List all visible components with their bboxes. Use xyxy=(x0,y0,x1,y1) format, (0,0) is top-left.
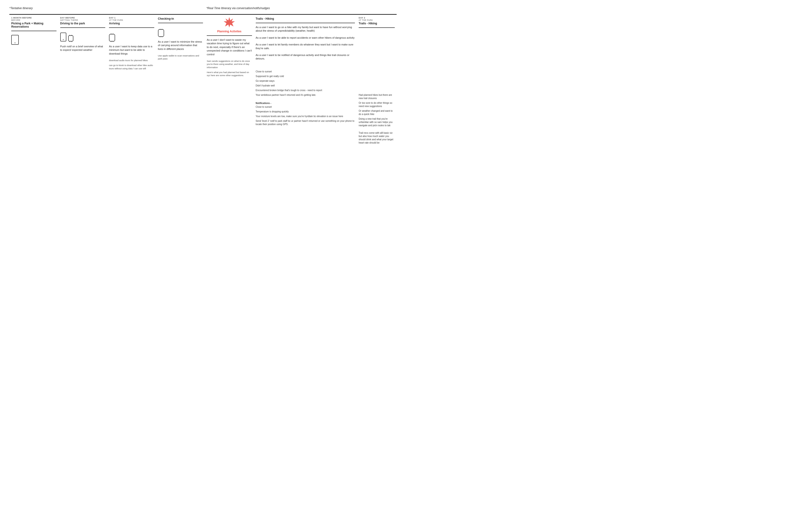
col3-watch-icon xyxy=(109,34,115,42)
col2-header: DAY BEFORE GETTING THERE Driving to the … xyxy=(60,17,105,25)
bottom-left-3: Go seperate ways xyxy=(256,79,355,83)
right-item-4: Doing a new trail that you're unfamiliar… xyxy=(359,117,395,127)
columns-container: 1 MONTH BEFORE BEFORE Picking a Park + M… xyxy=(9,14,397,146)
col6-story1: As a user I want to go on a hike with my… xyxy=(256,26,355,33)
col1-stage: 1 MONTH BEFORE xyxy=(11,17,57,19)
col4-detail1: Use apple wallet to scan reservations an… xyxy=(158,54,203,60)
col4-title: Checking-in xyxy=(158,17,203,20)
col3-header: DAY 1 AT THE PARK Arriving xyxy=(109,17,154,25)
col6-story3: As a user I want to let family members d… xyxy=(256,43,355,50)
col6-bottom-left: Close to sunset Supposed to get really c… xyxy=(256,70,355,127)
col5-detail1: Sam sends suggestions on what to do once… xyxy=(207,59,252,69)
col5-header: Planning Activites xyxy=(207,17,252,33)
col7-divider xyxy=(359,27,395,28)
svg-marker-0 xyxy=(223,17,235,27)
bottom-left-4: Didn't hydrate well xyxy=(256,84,355,87)
right-item-3: Or weather changed and want to do a quic… xyxy=(359,109,395,116)
col2-story: Push notif on a brief overview of what t… xyxy=(60,45,105,52)
notif-1: Close to sunset xyxy=(256,105,355,109)
notif-2: Temperature is dropping quickly xyxy=(256,110,355,114)
col7-title: Trails - Hiking xyxy=(359,22,395,25)
col1-header: 1 MONTH BEFORE BEFORE Picking a Park + M… xyxy=(11,17,57,28)
col1-divider xyxy=(11,31,57,31)
notif-title: Notifications - xyxy=(256,101,355,105)
bottom-left-5: Encountered broken bridge that's tough t… xyxy=(256,89,355,92)
col4-story: As a user I want to minimize the stress … xyxy=(158,40,203,51)
col7-stage: DAY 2 xyxy=(359,17,395,19)
label-tentative: *Tentative Itinerary xyxy=(9,6,33,10)
col5-icon xyxy=(207,17,252,28)
col1-substage: BEFORE xyxy=(11,19,57,21)
col6-header: Trails - Hiking xyxy=(256,17,355,20)
col-planning: Planning Activites As a user I don't wan… xyxy=(205,14,254,146)
tablet-icon xyxy=(11,35,19,45)
col5-detail2: Here's what you had planned but based on… xyxy=(207,71,252,77)
col3-divider xyxy=(109,27,154,28)
col-day2: DAY 2 AT THE PARK Trails - Hiking Had pl… xyxy=(357,14,397,146)
col2-divider xyxy=(60,27,105,28)
col4-header: Checking-in xyxy=(158,17,203,20)
notif-3: Your moisture levels are low, make sure … xyxy=(256,115,355,118)
right-item-2: Or too sore to do other things so need n… xyxy=(359,101,395,108)
col3-story: As a user I want to keep data use to a m… xyxy=(109,45,154,56)
col2-substage: GETTING THERE xyxy=(60,19,105,21)
phone-dot xyxy=(63,39,64,40)
bottom-left-1: Close to sunset xyxy=(256,70,355,73)
col6-bottom: Close to sunset Supposed to get really c… xyxy=(256,70,355,127)
top-labels: *Tentative Itinerary *Real Time Itinerar… xyxy=(9,6,397,10)
col3-devices xyxy=(109,30,154,42)
col3-detail2: can go to kiosk to download other hike a… xyxy=(109,64,154,70)
col3-stage: DAY 1 xyxy=(109,17,154,19)
col3-detail1: download audio tours for planned hikes xyxy=(109,59,154,62)
col-1-month-before: 1 MONTH BEFORE BEFORE Picking a Park + M… xyxy=(9,14,58,146)
col-arriving: DAY 1 AT THE PARK Arriving As a user I w… xyxy=(107,14,156,146)
col5-title: Planning Activites xyxy=(207,30,252,33)
col6-story4: As a user I want to be notified of dange… xyxy=(256,54,355,61)
col4-watch-icon xyxy=(158,29,164,37)
page: *Tentative Itinerary *Real Time Itinerar… xyxy=(0,0,406,152)
col1-title: Picking a Park + Making Reservations xyxy=(11,22,57,28)
notifications-block: Notifications - Close to sunset Temperat… xyxy=(256,101,355,126)
col2-title: Driving to the park xyxy=(60,22,105,25)
tablet-dot xyxy=(15,42,15,43)
col1-devices xyxy=(11,33,57,45)
col7-header: DAY 2 AT THE PARK Trails - Hiking xyxy=(359,17,395,25)
col3-title: Arriving xyxy=(109,22,154,25)
col6-bottom-inner: Close to sunset Supposed to get really c… xyxy=(256,70,355,127)
right-item-5: Trail recs come with alll basic viz but … xyxy=(359,131,395,145)
col-checkin: Checking-in As a user I want to minimize… xyxy=(156,14,205,146)
col-day-before: DAY BEFORE GETTING THERE Driving to the … xyxy=(58,14,107,146)
col6-divider xyxy=(256,23,355,23)
col2-stage: DAY BEFORE xyxy=(60,17,105,19)
col6-title: Trails - Hiking xyxy=(256,17,355,20)
col7-bottom: Had planned hikes but there are new trai… xyxy=(359,93,395,145)
right-item-1: Had planned hikes but there are new trai… xyxy=(359,93,395,100)
col5-story: As a user I don't want to waste my vacat… xyxy=(207,38,252,56)
bottom-left-2: Supposed to get really cold xyxy=(256,75,355,78)
label-realtime: *Real Time Itinerary via conversation/no… xyxy=(33,6,397,10)
col5-divider xyxy=(207,35,252,36)
bottom-left-6: Your ambitious partner hasn't returned a… xyxy=(256,93,355,97)
col-trails: Trails - Hiking As a user I want to go o… xyxy=(254,14,357,146)
col6-story2: As a user I want to be able to report ac… xyxy=(256,36,355,40)
col4-divider xyxy=(158,23,203,23)
watch-icon xyxy=(68,35,73,42)
starburst-icon xyxy=(223,17,235,28)
col2-devices xyxy=(60,30,105,42)
col3-substage: AT THE PARK xyxy=(109,19,154,21)
col7-substage: AT THE PARK xyxy=(359,19,395,21)
phone-icon xyxy=(60,32,66,42)
col4-devices xyxy=(158,26,203,37)
notif-4: Send 'level 2' notif to park staff bc ur… xyxy=(256,119,355,126)
